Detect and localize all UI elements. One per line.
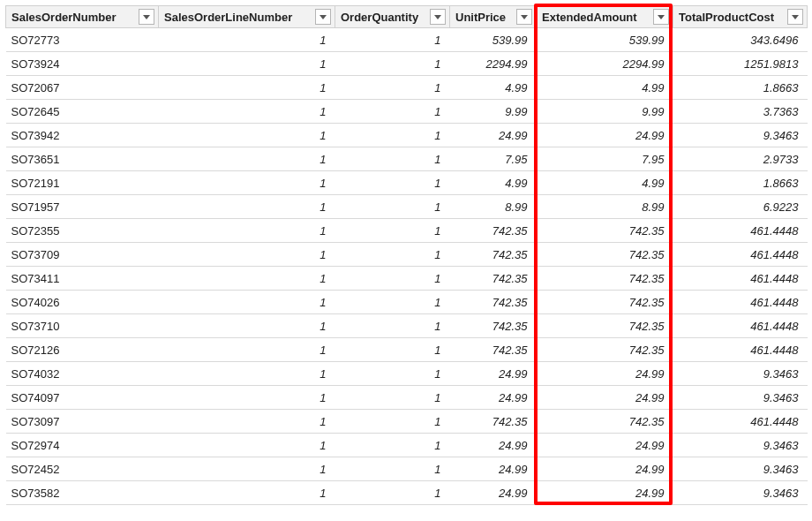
cell-OrderQuantity[interactable]: 1 — [335, 76, 450, 100]
cell-TotalProductCost[interactable]: 461.4448 — [673, 267, 808, 291]
cell-SalesOrderLineNumber[interactable]: 1 — [159, 338, 335, 362]
cell-OrderQuantity[interactable]: 1 — [335, 267, 450, 291]
cell-ExtendedAmount[interactable]: 7.95 — [537, 147, 673, 171]
table-row[interactable]: SO740321124.9924.999.3463 — [6, 362, 808, 386]
cell-ExtendedAmount[interactable]: 4.99 — [537, 171, 673, 195]
cell-TotalProductCost[interactable]: 3.7363 — [673, 100, 808, 124]
cell-OrderQuantity[interactable]: 1 — [335, 171, 450, 195]
cell-SalesOrderNumber[interactable]: SO73710 — [6, 314, 159, 338]
cell-OrderQuantity[interactable]: 1 — [335, 434, 450, 457]
column-header-ExtendedAmount[interactable]: ExtendedAmount — [537, 6, 673, 28]
cell-OrderQuantity[interactable]: 1 — [335, 362, 450, 386]
cell-ExtendedAmount[interactable]: 24.99 — [537, 434, 673, 457]
column-header-OrderQuantity[interactable]: OrderQuantity — [335, 6, 450, 28]
cell-SalesOrderNumber[interactable]: SO72974 — [6, 434, 159, 457]
cell-TotalProductCost[interactable]: 1.8663 — [673, 171, 808, 195]
cell-SalesOrderLineNumber[interactable]: 1 — [159, 28, 335, 52]
cell-UnitPrice[interactable]: 24.99 — [450, 362, 537, 386]
table-row[interactable]: SO73924112294.992294.991251.9813 — [6, 52, 808, 76]
cell-OrderQuantity[interactable]: 1 — [335, 243, 450, 267]
cell-SalesOrderNumber[interactable]: SO72355 — [6, 219, 159, 243]
cell-ExtendedAmount[interactable]: 24.99 — [537, 386, 673, 410]
cell-ExtendedAmount[interactable]: 24.99 — [537, 457, 673, 481]
cell-SalesOrderLineNumber[interactable]: 1 — [159, 434, 335, 457]
table-row[interactable]: SO729741124.9924.999.3463 — [6, 434, 808, 457]
cell-SalesOrderLineNumber[interactable]: 1 — [159, 147, 335, 171]
cell-SalesOrderNumber[interactable]: SO74032 — [6, 362, 159, 386]
cell-SalesOrderLineNumber[interactable]: 1 — [159, 171, 335, 195]
cell-SalesOrderLineNumber[interactable]: 1 — [159, 76, 335, 100]
cell-ExtendedAmount[interactable]: 742.35 — [537, 410, 673, 434]
cell-ExtendedAmount[interactable]: 742.35 — [537, 291, 673, 314]
cell-SalesOrderNumber[interactable]: SO73411 — [6, 267, 159, 291]
cell-ExtendedAmount[interactable]: 24.99 — [537, 362, 673, 386]
cell-TotalProductCost[interactable]: 9.3463 — [673, 124, 808, 147]
cell-UnitPrice[interactable]: 2294.99 — [450, 52, 537, 76]
cell-SalesOrderNumber[interactable]: SO72126 — [6, 338, 159, 362]
cell-UnitPrice[interactable]: 4.99 — [450, 171, 537, 195]
cell-SalesOrderLineNumber[interactable]: 1 — [159, 100, 335, 124]
cell-UnitPrice[interactable]: 24.99 — [450, 124, 537, 147]
cell-OrderQuantity[interactable]: 1 — [335, 147, 450, 171]
cell-ExtendedAmount[interactable]: 742.35 — [537, 338, 673, 362]
cell-TotalProductCost[interactable]: 461.4448 — [673, 338, 808, 362]
cell-SalesOrderNumber[interactable]: SO74026 — [6, 291, 159, 314]
cell-SalesOrderLineNumber[interactable]: 1 — [159, 195, 335, 219]
table-row[interactable]: SO7309711742.35742.35461.4448 — [6, 410, 808, 434]
table-row[interactable]: SO7370911742.35742.35461.4448 — [6, 243, 808, 267]
cell-UnitPrice[interactable]: 742.35 — [450, 243, 537, 267]
cell-ExtendedAmount[interactable]: 742.35 — [537, 267, 673, 291]
cell-ExtendedAmount[interactable]: 539.99 — [537, 28, 673, 52]
cell-TotalProductCost[interactable]: 343.6496 — [673, 28, 808, 52]
column-header-TotalProductCost[interactable]: TotalProductCost — [673, 6, 808, 28]
table-row[interactable]: SO7371011742.35742.35461.4448 — [6, 314, 808, 338]
cell-TotalProductCost[interactable]: 461.4448 — [673, 219, 808, 243]
cell-SalesOrderLineNumber[interactable]: 1 — [159, 457, 335, 481]
filter-dropdown-button[interactable] — [139, 9, 154, 25]
cell-TotalProductCost[interactable]: 2.9733 — [673, 147, 808, 171]
cell-ExtendedAmount[interactable]: 24.99 — [537, 124, 673, 147]
cell-ExtendedAmount[interactable]: 9.99 — [537, 100, 673, 124]
filter-dropdown-button[interactable] — [653, 9, 669, 25]
cell-SalesOrderLineNumber[interactable]: 1 — [159, 291, 335, 314]
cell-ExtendedAmount[interactable]: 24.99 — [537, 481, 673, 505]
column-header-SalesOrderNumber[interactable]: SalesOrderNumber — [6, 6, 159, 28]
cell-OrderQuantity[interactable]: 1 — [335, 52, 450, 76]
cell-SalesOrderLineNumber[interactable]: 1 — [159, 124, 335, 147]
cell-OrderQuantity[interactable]: 1 — [335, 28, 450, 52]
cell-ExtendedAmount[interactable]: 742.35 — [537, 243, 673, 267]
cell-TotalProductCost[interactable]: 9.3463 — [673, 481, 808, 505]
cell-SalesOrderLineNumber[interactable]: 1 — [159, 243, 335, 267]
table-row[interactable]: SO735821124.9924.999.3463 — [6, 481, 808, 505]
table-row[interactable]: SO7277311539.99539.99343.6496 — [6, 28, 808, 52]
cell-OrderQuantity[interactable]: 1 — [335, 100, 450, 124]
table-row[interactable]: SO72645119.999.993.7363 — [6, 100, 808, 124]
table-row[interactable]: SO72191114.994.991.8663 — [6, 171, 808, 195]
cell-TotalProductCost[interactable]: 9.3463 — [673, 457, 808, 481]
cell-SalesOrderNumber[interactable]: SO71957 — [6, 195, 159, 219]
cell-UnitPrice[interactable]: 24.99 — [450, 457, 537, 481]
cell-TotalProductCost[interactable]: 9.3463 — [673, 434, 808, 457]
cell-TotalProductCost[interactable]: 461.4448 — [673, 410, 808, 434]
cell-SalesOrderNumber[interactable]: SO73942 — [6, 124, 159, 147]
cell-OrderQuantity[interactable]: 1 — [335, 481, 450, 505]
cell-SalesOrderLineNumber[interactable]: 1 — [159, 267, 335, 291]
table-row[interactable]: SO7212611742.35742.35461.4448 — [6, 338, 808, 362]
cell-SalesOrderNumber[interactable]: SO72191 — [6, 171, 159, 195]
filter-dropdown-button[interactable] — [787, 9, 803, 25]
cell-UnitPrice[interactable]: 742.35 — [450, 314, 537, 338]
cell-ExtendedAmount[interactable]: 8.99 — [537, 195, 673, 219]
cell-OrderQuantity[interactable]: 1 — [335, 314, 450, 338]
table-row[interactable]: SO7341111742.35742.35461.4448 — [6, 267, 808, 291]
cell-OrderQuantity[interactable]: 1 — [335, 457, 450, 481]
cell-OrderQuantity[interactable]: 1 — [335, 124, 450, 147]
cell-UnitPrice[interactable]: 24.99 — [450, 386, 537, 410]
cell-UnitPrice[interactable]: 742.35 — [450, 219, 537, 243]
table-row[interactable]: SO740971124.9924.999.3463 — [6, 386, 808, 410]
cell-SalesOrderLineNumber[interactable]: 1 — [159, 362, 335, 386]
cell-OrderQuantity[interactable]: 1 — [335, 338, 450, 362]
cell-UnitPrice[interactable]: 742.35 — [450, 291, 537, 314]
cell-TotalProductCost[interactable]: 461.4448 — [673, 314, 808, 338]
cell-TotalProductCost[interactable]: 9.3463 — [673, 386, 808, 410]
table-row[interactable]: SO71957118.998.996.9223 — [6, 195, 808, 219]
